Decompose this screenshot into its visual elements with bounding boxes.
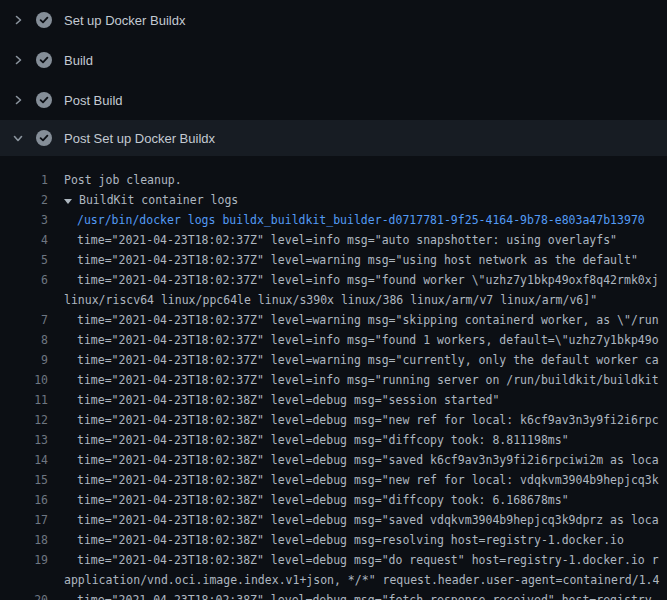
step-header[interactable]: Post Set up Docker Buildx [0,120,667,156]
log-text: linux/riscv64 linux/ppc64le linux/s390x … [64,290,597,310]
log-line: 19time="2021-04-23T18:02:38Z" level=debu… [0,550,667,570]
line-number[interactable]: 14 [0,450,48,470]
line-number[interactable]: 15 [0,470,48,490]
line-number[interactable]: 2 [0,190,48,210]
line-number[interactable]: 6 [0,270,48,290]
log-line: 10time="2021-04-23T18:02:37Z" level=info… [0,370,667,390]
log-line: application/vnd.oci.image.index.v1+json,… [0,570,667,590]
line-number[interactable]: 8 [0,330,48,350]
log-text: time="2021-04-23T18:02:38Z" level=debug … [77,510,659,530]
step-header[interactable]: Post Build [0,80,667,120]
log-line: 17time="2021-04-23T18:02:38Z" level=debu… [0,510,667,530]
log-text: time="2021-04-23T18:02:38Z" level=debug … [77,490,569,510]
line-number[interactable]: 18 [0,530,48,550]
log-line: 18time="2021-04-23T18:02:38Z" level=debu… [0,530,667,550]
line-number[interactable]: 5 [0,250,48,270]
chevron-right-icon [12,54,24,66]
chevron-right-icon [12,94,24,106]
log-line: 3/usr/bin/docker logs buildx_buildkit_bu… [0,210,667,230]
log-line: 2BuildKit container logs [0,190,667,210]
log-text: time="2021-04-23T18:02:37Z" level=info m… [77,230,617,250]
log-text: time="2021-04-23T18:02:38Z" level=debug … [77,590,659,600]
step-header[interactable]: Build [0,40,667,80]
chevron-down-icon [12,132,24,144]
line-number[interactable]: 10 [0,370,48,390]
log-line: 4time="2021-04-23T18:02:37Z" level=info … [0,230,667,250]
log-line: 6time="2021-04-23T18:02:37Z" level=info … [0,270,667,290]
log-text: time="2021-04-23T18:02:38Z" level=debug … [77,550,659,570]
line-number[interactable]: 1 [0,170,48,190]
log-line: linux/riscv64 linux/ppc64le linux/s390x … [0,290,667,310]
log-line: 14time="2021-04-23T18:02:38Z" level=debu… [0,450,667,470]
step-label: Post Set up Docker Buildx [64,131,215,146]
line-number[interactable]: 3 [0,210,48,230]
log-group-label: BuildKit container logs [79,193,238,207]
log-line: 12time="2021-04-23T18:02:38Z" level=debu… [0,410,667,430]
log-line: 7time="2021-04-23T18:02:37Z" level=warni… [0,310,667,330]
check-circle-icon [36,52,52,68]
log-text: time="2021-04-23T18:02:37Z" level=info m… [77,270,659,290]
log-command-text: /usr/bin/docker logs buildx_buildkit_bui… [77,210,645,230]
line-number [0,290,48,310]
actions-log-viewer: Set up Docker BuildxBuildPost BuildPost … [0,0,667,600]
log-line: 9time="2021-04-23T18:02:37Z" level=warni… [0,350,667,370]
log-text: time="2021-04-23T18:02:37Z" level=info m… [77,330,659,350]
log-line: 11time="2021-04-23T18:02:38Z" level=debu… [0,390,667,410]
line-number[interactable]: 7 [0,310,48,330]
log-text: time="2021-04-23T18:02:38Z" level=debug … [77,450,659,470]
log-line: 1Post job cleanup. [0,170,667,190]
line-number[interactable]: 17 [0,510,48,530]
step-label: Set up Docker Buildx [64,13,185,28]
log-text: time="2021-04-23T18:02:37Z" level=warnin… [77,250,638,270]
log-line: 8time="2021-04-23T18:02:37Z" level=info … [0,330,667,350]
log-text: time="2021-04-23T18:02:38Z" level=debug … [77,410,659,430]
line-number[interactable]: 12 [0,410,48,430]
log-line: 13time="2021-04-23T18:02:38Z" level=debu… [0,430,667,450]
step-label: Build [64,53,93,68]
log-text: time="2021-04-23T18:02:37Z" level=info m… [77,370,659,390]
line-number[interactable]: 13 [0,430,48,450]
line-number[interactable]: 16 [0,490,48,510]
check-circle-icon [36,130,52,146]
log-text: time="2021-04-23T18:02:38Z" level=debug … [77,530,624,550]
log-line: 16time="2021-04-23T18:02:38Z" level=debu… [0,490,667,510]
log-text: Post job cleanup. [64,170,182,190]
log-line: 15time="2021-04-23T18:02:38Z" level=debu… [0,470,667,490]
check-circle-icon [36,12,52,28]
check-circle-icon [36,92,52,108]
log-area: 1Post job cleanup.2BuildKit container lo… [0,156,667,600]
triangle-down-icon [64,199,72,204]
step-label: Post Build [64,93,123,108]
line-number[interactable]: 9 [0,350,48,370]
log-text: time="2021-04-23T18:02:38Z" level=debug … [77,390,499,410]
log-text: time="2021-04-23T18:02:37Z" level=warnin… [77,310,659,330]
log-line: 20time="2021-04-23T18:02:38Z" level=debu… [0,590,667,600]
steps-list: Set up Docker BuildxBuildPost BuildPost … [0,0,667,156]
line-number[interactable]: 4 [0,230,48,250]
log-text: time="2021-04-23T18:02:38Z" level=debug … [77,430,569,450]
log-text: time="2021-04-23T18:02:37Z" level=warnin… [77,350,659,370]
line-number[interactable]: 11 [0,390,48,410]
line-number[interactable]: 19 [0,550,48,570]
line-number [0,570,48,590]
log-line: 5time="2021-04-23T18:02:37Z" level=warni… [0,250,667,270]
line-number[interactable]: 20 [0,590,48,600]
log-text: time="2021-04-23T18:02:38Z" level=debug … [77,470,659,490]
log-group-toggle[interactable]: BuildKit container logs [64,190,238,210]
chevron-right-icon [12,14,24,26]
log-text: application/vnd.oci.image.index.v1+json,… [64,570,659,590]
step-header[interactable]: Set up Docker Buildx [0,0,667,40]
